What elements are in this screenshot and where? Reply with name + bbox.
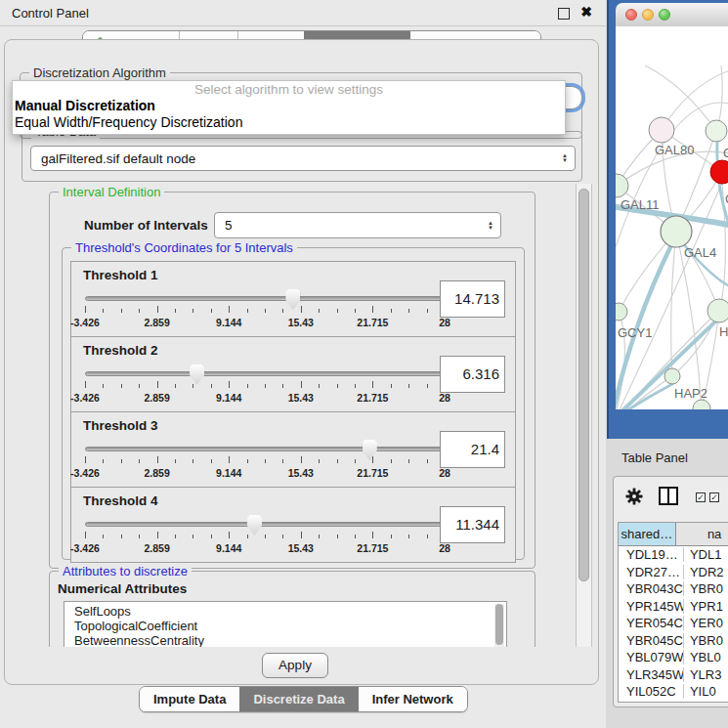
tick-label: 21.715 xyxy=(357,467,388,479)
combo-stepper-icon[interactable]: ▲▼ xyxy=(488,221,493,231)
algorithm-dropdown-popup: Select algorithm to view settings Manual… xyxy=(12,80,566,135)
threshold-slider[interactable]: -3.4262.8599.14415.4321.71528 xyxy=(85,440,445,485)
tab-impute-data[interactable]: Impute Data xyxy=(140,687,239,711)
table-data-combobox[interactable]: galFiltered.sif default node ▲▼ xyxy=(30,146,576,171)
threshold-row: Threshold 2 -3.4262.8599.14415.4321.7152… xyxy=(70,336,516,412)
checked-box-icon[interactable]: ✓ xyxy=(696,492,706,502)
thresholds-group: Threshold's Coordinates for 5 Intervals … xyxy=(62,247,525,560)
combo-stepper-icon[interactable]: ▲▼ xyxy=(562,153,568,163)
cell-name[interactable]: YDL1 xyxy=(684,547,728,562)
table-row[interactable]: YPR145WYPR1 xyxy=(619,598,728,616)
attribute-list-item[interactable]: SelfLoops xyxy=(74,604,506,619)
slider-track[interactable] xyxy=(85,371,445,376)
control-panel: Control Panel ✖ Network Style Select Cyn… xyxy=(0,0,606,728)
tick-label: 2.859 xyxy=(144,317,169,328)
cell-shared-name[interactable]: YLR345W xyxy=(619,667,684,682)
cell-shared-name[interactable]: YER054C xyxy=(619,616,684,630)
network-canvas[interactable]: GAL80 GA GAL11 C GAL4 GCY1 H HAP2 xyxy=(616,26,728,409)
apply-button[interactable]: Apply xyxy=(262,653,328,678)
threshold-row: Threshold 1 -3.4262.8599.14415.4321.7152… xyxy=(70,261,516,337)
attribute-list-item[interactable]: TopologicalCoefficient xyxy=(74,619,506,633)
column-header-name[interactable]: na xyxy=(676,523,728,545)
network-graph: GAL80 GA GAL11 C GAL4 GCY1 H HAP2 xyxy=(616,26,728,409)
slider-track[interactable] xyxy=(85,447,445,451)
dropdown-option-equal-width[interactable]: Equal Width/Frequency Discretization xyxy=(13,114,565,131)
cell-name[interactable]: YBR0 xyxy=(684,581,728,596)
cell-shared-name[interactable]: YDR27… xyxy=(619,565,684,579)
slider-track[interactable] xyxy=(85,296,445,301)
zoom-traffic-light-icon[interactable] xyxy=(659,9,670,21)
split-view-icon[interactable] xyxy=(659,487,678,505)
attribute-list-item[interactable]: BetweennessCentrality xyxy=(74,633,506,647)
node-label-gal4: GAL4 xyxy=(684,245,716,260)
slider-track[interactable] xyxy=(85,522,445,527)
threshold-slider[interactable]: -3.4262.8599.14415.4321.71528 xyxy=(85,364,445,409)
attributes-list-scrollbar[interactable] xyxy=(494,604,504,647)
threshold-slider[interactable]: -3.4262.8599.14415.4321.71528 xyxy=(85,289,445,334)
cell-shared-name[interactable]: YBL079W xyxy=(619,650,684,664)
threshold-label: Threshold 1 xyxy=(83,268,158,282)
close-icon[interactable]: ✖ xyxy=(580,4,592,20)
control-panel-title: Control Panel xyxy=(12,6,89,21)
float-window-icon[interactable] xyxy=(558,8,570,20)
settings-vertical-scrollbar[interactable] xyxy=(576,184,592,647)
column-header-shared[interactable]: shared… xyxy=(619,523,676,545)
cell-shared-name[interactable]: YDL19… xyxy=(619,547,684,562)
discretization-algorithm-label: Discretization Algorithm xyxy=(29,65,170,80)
cell-name[interactable]: YDR2 xyxy=(684,565,728,579)
threshold-value-field[interactable]: 6.316 xyxy=(440,356,505,393)
slider-tick-labels: -3.4262.8599.14415.4321.71528 xyxy=(85,467,445,479)
tick-label: 9.144 xyxy=(216,392,241,404)
checked-box-icon[interactable]: ✓ xyxy=(709,492,719,502)
tab-infer-network[interactable]: Infer Network xyxy=(359,687,467,711)
number-of-intervals-combobox[interactable]: 5 ▲▼ xyxy=(214,212,501,238)
node-bottom xyxy=(693,400,710,409)
cell-shared-name[interactable]: YBR043C xyxy=(619,581,684,596)
cell-name[interactable]: YER0 xyxy=(684,616,728,630)
slider-ticks xyxy=(85,306,445,314)
table-row[interactable]: YER054CYER0 xyxy=(619,615,728,632)
table-row[interactable]: YBR043CYBR0 xyxy=(619,580,728,598)
node-ga xyxy=(706,120,727,142)
threshold-label: Threshold 3 xyxy=(83,418,158,433)
dropdown-option-manual[interactable]: Manual Discretization xyxy=(13,98,565,114)
tab-discretize-data-label: Discretize Data xyxy=(253,692,344,707)
table-row[interactable]: YIL052CYIL0 xyxy=(619,683,728,701)
cell-name[interactable]: YLR3 xyxy=(684,667,728,682)
threshold-value-field[interactable]: 14.713 xyxy=(440,280,505,318)
tick-label: -3.426 xyxy=(70,467,100,479)
interval-definition-label: Interval Definition xyxy=(59,185,164,199)
tab-impute-data-label: Impute Data xyxy=(153,692,226,707)
table-panel-region: Table Panel xyxy=(607,439,728,728)
tick-label: 9.144 xyxy=(216,317,241,328)
table-row[interactable]: YLR345WYLR3 xyxy=(619,666,728,684)
threshold-label: Threshold 4 xyxy=(83,493,158,508)
tab-discretize-data[interactable]: Discretize Data xyxy=(239,687,358,711)
table-row[interactable]: YDR27…YDR2 xyxy=(619,564,728,581)
threshold-value-field[interactable]: 21.4 xyxy=(440,431,505,468)
cell-shared-name[interactable]: YBR045C xyxy=(619,633,684,648)
node-hap2 xyxy=(664,368,680,384)
table-row[interactable]: YBR045CYBR0 xyxy=(619,632,728,650)
cell-name[interactable]: YBR0 xyxy=(684,633,728,648)
threshold-value-field[interactable]: 11.344 xyxy=(440,506,505,543)
cyni-bottom-tabs: Impute Data Discretize Data Infer Networ… xyxy=(139,686,468,712)
cell-shared-name[interactable]: YPR145W xyxy=(619,599,684,614)
table-row[interactable]: YDL19…YDL1 xyxy=(619,546,728,564)
table-row[interactable]: YBL079WYBL0 xyxy=(619,649,728,666)
tick-label: 2.859 xyxy=(144,467,169,479)
number-of-intervals-label: Number of Intervals xyxy=(84,218,208,233)
threshold-slider[interactable]: -3.4262.8599.14415.4321.71528 xyxy=(85,515,445,560)
cell-name[interactable]: YPR1 xyxy=(684,599,728,614)
table-panel-toolbar: ✓ ✓ xyxy=(614,477,728,520)
cell-name[interactable]: YIL0 xyxy=(684,684,728,699)
network-window: GAL80 GA GAL11 C GAL4 GCY1 H HAP2 xyxy=(607,0,728,439)
close-traffic-light-icon[interactable] xyxy=(625,9,637,21)
numerical-attributes-list[interactable]: SelfLoopsTopologicalCoefficientBetweenne… xyxy=(64,601,507,647)
gear-icon[interactable] xyxy=(625,488,643,505)
cell-shared-name[interactable]: YIL052C xyxy=(619,684,684,699)
cell-name[interactable]: YBL0 xyxy=(684,650,728,664)
node-gcy1 xyxy=(616,303,627,321)
node-table-body: YDL19…YDL1YDR27…YDR2YBR043CYBR0YPR145WYP… xyxy=(619,546,728,701)
minimize-traffic-light-icon[interactable] xyxy=(642,9,654,21)
